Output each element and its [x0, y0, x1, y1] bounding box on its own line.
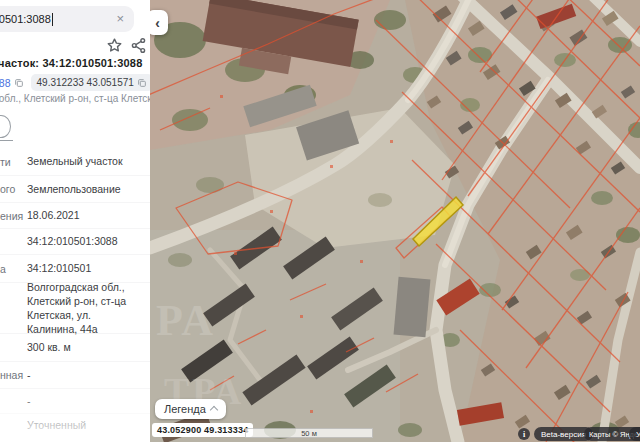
parcel-title: Участок: 34:12:010501:3088 [0, 57, 150, 69]
table-row-address: Волгоградская обл., Клетский р-он, ст-ца… [0, 282, 150, 333]
info-panel: 34:12:010501:3088 × Участок: 34:12:01050… [0, 0, 150, 442]
clear-search-icon[interactable]: × [116, 11, 124, 27]
info-icon[interactable]: i [518, 428, 530, 440]
coordinates-value: 49.312233 43.051571 [37, 77, 134, 88]
collapse-panel-button[interactable]: ‹ [150, 10, 168, 35]
scale-label: 50 м [301, 429, 317, 438]
share-icon[interactable] [130, 37, 147, 54]
table-row-area: 300 кв. м [0, 333, 150, 361]
search-input[interactable]: 34:12:010501:3088 × [0, 6, 134, 32]
divider [0, 140, 13, 141]
cadastral-number-link[interactable]: 34:12:010501:3088 [0, 77, 11, 89]
map-scale-bar: 50 м [245, 428, 373, 438]
table-row: нная- [0, 361, 150, 388]
cadastral-number-row: 34:12:010501:3088 49.312233 43.051571 [0, 74, 150, 91]
chevron-left-icon: ‹ [155, 15, 160, 31]
legend-label: Легенда [164, 403, 206, 415]
table-row: тиЗемельный участок [0, 148, 150, 175]
search-value: 34:12:010501:3088 [0, 13, 51, 25]
favorite-star-icon[interactable] [106, 37, 123, 54]
table-row: 34:12:010501:3088 [0, 228, 150, 254]
table-row: - [0, 388, 150, 413]
svg-text:РА: РА [156, 296, 217, 345]
table-row: огоЗемлепользование [0, 175, 150, 202]
legend-button[interactable]: Легенда [155, 399, 226, 419]
satellite-map[interactable]: РА ТРА [150, 0, 640, 442]
table-row: ения18.06.2021 [0, 202, 150, 228]
address-inline: Волгоградская обл., Клетский р-он, ст-ца… [0, 93, 150, 104]
terms-link[interactable]: Условия [629, 427, 640, 441]
table-row: Уточненный [0, 413, 150, 436]
text-caret [52, 13, 53, 26]
copy-icon[interactable] [137, 78, 147, 88]
coordinates-chip: 49.312233 43.051571 [31, 74, 150, 91]
property-table: тиЗемельный участок огоЗемлепользование … [0, 148, 150, 436]
map-area[interactable]: РА ТРА ‹ Легенда 43.052900 49.313334 50 … [150, 0, 640, 442]
chevron-up-icon [210, 406, 218, 414]
clipped-circle-icon [0, 115, 11, 138]
cursor-coordinates: 43.052900 49.313334 [152, 423, 253, 437]
table-row: а34:12:010501 [0, 254, 150, 282]
copy-icon[interactable] [14, 78, 24, 88]
